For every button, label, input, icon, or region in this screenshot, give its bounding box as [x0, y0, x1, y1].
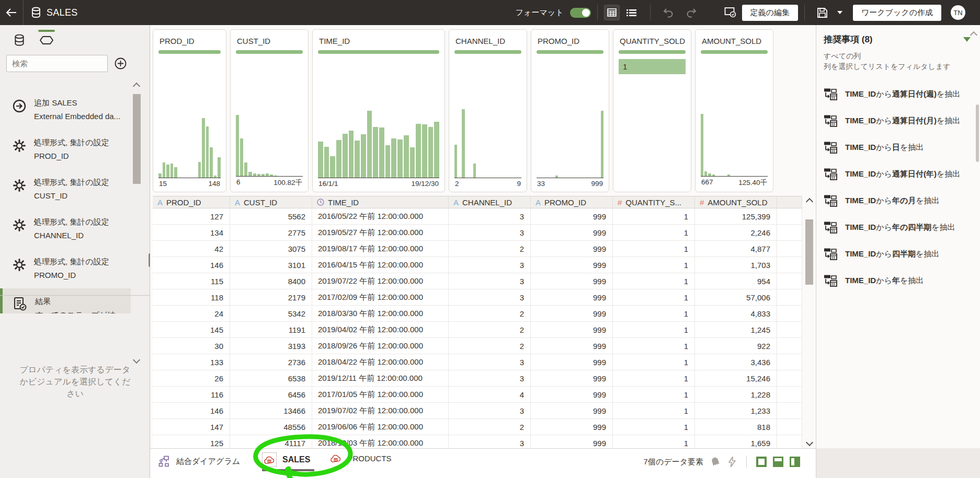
lightning-icon[interactable]: [727, 456, 737, 468]
header-promo-id[interactable]: APROMO_ID: [531, 196, 613, 208]
insights-ghost-icon[interactable]: [710, 456, 721, 468]
tab-data[interactable]: [10, 32, 28, 48]
sidebar-tabs: [10, 32, 55, 48]
recommendations-panel: 推奨事項 (8) すべての列 列を選択してリストをフィルタします TIME_ID…: [816, 25, 980, 448]
header-quantity-sold[interactable]: #QUANTITY_S...: [613, 196, 695, 208]
cell-amount-sold: 57,006: [695, 289, 777, 305]
cell-amount-sold: 818: [695, 419, 777, 435]
table-row[interactable]: 30 3193 2018/09/26 午前 12:00:00.000 2 999…: [153, 338, 802, 354]
format-toggle[interactable]: [570, 8, 591, 18]
undo-icon: [663, 7, 674, 18]
table-scrollbar[interactable]: [805, 196, 814, 448]
user-avatar[interactable]: TN: [951, 5, 965, 20]
cell-time-id: 2016/04/15 午前 12:00:00.000: [312, 257, 449, 273]
table-row[interactable]: 127 5562 2016/05/22 午前 12:00:00.000 3 99…: [153, 208, 802, 225]
create-workbook-button[interactable]: ワークブックの作成: [853, 5, 941, 21]
histogram: [701, 108, 768, 177]
step-format-promo-id[interactable]: 処理形式, 集計の設定PROMO_ID: [0, 249, 131, 288]
column-card-amount-sold[interactable]: AMOUNT_SOLD 667125.40千: [695, 29, 773, 192]
main-content: PROD_ID 15148 CUST_ID 6100.82千 TIME_ID 1…: [150, 25, 816, 448]
layout-split-horizontal-icon[interactable]: [773, 457, 783, 467]
number-type-icon: #: [700, 198, 704, 207]
list-view-button[interactable]: [624, 5, 640, 20]
step-format-cust-id[interactable]: 処理形式, 集計の設定CUST_ID: [0, 169, 131, 209]
layout-split-vertical-icon[interactable]: [790, 457, 800, 467]
header-prod-id[interactable]: APROD_ID: [153, 196, 230, 208]
recommendation-item[interactable]: TIME_IDから四半期を抽出: [816, 241, 980, 267]
scrollbar-thumb[interactable]: [133, 94, 141, 184]
cell-empty: [777, 435, 802, 448]
cell-channel-id: 2: [449, 322, 531, 337]
save-menu-caret[interactable]: [837, 11, 842, 14]
column-card-quantity-sold[interactable]: QUANTITY_SOLD 1: [613, 29, 691, 192]
hist-min: 667: [701, 178, 713, 188]
scroll-up-icon[interactable]: [806, 198, 813, 205]
step-add-dataset[interactable]: 追加 SALESExternal Embedded da...: [0, 90, 131, 130]
table-row[interactable]: 134 2775 2019/05/27 午前 12:00:00.000 3 99…: [153, 225, 802, 241]
cell-amount-sold: 125,399: [695, 208, 777, 224]
undo-button[interactable]: [660, 5, 676, 20]
cell-amount-sold: 1,703: [695, 257, 777, 273]
step-format-channel-id[interactable]: 処理形式, 集計の設定CHANNEL_ID: [0, 209, 131, 249]
hist-max: 19/12/30: [411, 180, 439, 188]
panel-scroll-up-icon[interactable]: [971, 30, 976, 40]
column-card-channel-id[interactable]: CHANNEL_ID 29: [449, 29, 527, 192]
recommendations-list: TIME_IDから通算日付(週)を抽出 TIME_IDから通算日付(月)を抽出 …: [816, 81, 980, 294]
table-row[interactable]: 145 1191 2019/04/02 午前 12:00:00.000 2 99…: [153, 322, 802, 338]
save-button[interactable]: [815, 5, 830, 20]
table-row[interactable]: 115 8400 2019/07/22 午前 12:00:00.000 3 99…: [153, 273, 802, 289]
recommendation-item[interactable]: TIME_IDから通算日付(月)を抽出: [816, 108, 980, 134]
column-card-time-id[interactable]: TIME_ID 16/1/119/12/30: [312, 29, 445, 192]
table-row[interactable]: 133 2736 2018/04/22 午前 12:00:00.000 3 99…: [153, 354, 802, 370]
layout-single-icon[interactable]: [756, 457, 767, 467]
column-card-prod-id[interactable]: PROD_ID 15148: [153, 29, 226, 192]
table-row[interactable]: 116 6456 2017/01/05 午前 12:00:00.000 4 99…: [153, 387, 802, 403]
grid-view-button[interactable]: [604, 5, 620, 20]
header-amount-sold[interactable]: #AMOUNT_SOLD: [695, 196, 777, 208]
recommendation-item[interactable]: TIME_IDから年の月を抽出: [816, 188, 980, 214]
header-time-id[interactable]: TIME_ID: [312, 196, 449, 208]
recommendation-item[interactable]: TIME_IDから通算日付(週)を抽出: [816, 81, 980, 108]
header-cust-id[interactable]: ACUST_ID: [230, 196, 312, 208]
header-channel-id[interactable]: ACHANNEL_ID: [449, 196, 531, 208]
tab-dataset-products[interactable]: PRODUCTS: [330, 454, 395, 465]
recommendation-item[interactable]: TIME_IDから年を抽出: [816, 267, 980, 294]
cell-empty: [777, 338, 802, 354]
table-row[interactable]: 125 41117 2018/10/03 午前 12:00:00.000 3 9…: [153, 435, 802, 448]
scroll-down-icon[interactable]: [806, 439, 813, 446]
table-row[interactable]: 146 13466 2019/07/02 午前 12:00:00.000 3 9…: [153, 403, 802, 419]
redo-button[interactable]: [683, 5, 699, 20]
recommendation-item[interactable]: TIME_IDから日を抽出: [816, 134, 980, 161]
table-row[interactable]: 118 2179 2017/02/09 午前 12:00:00.000 3 99…: [153, 289, 802, 306]
table-row[interactable]: 147 48556 2019/06/06 午前 12:00:00.000 2 9…: [153, 419, 802, 435]
scroll-up-icon[interactable]: [133, 83, 140, 90]
join-diagram-button[interactable]: 結合ダイアグラム: [158, 456, 240, 467]
panel-scrollbar-thumb[interactable]: [976, 104, 979, 162]
column-card-cust-id[interactable]: CUST_ID 6100.82千: [230, 29, 309, 192]
cell-promo-id: 999: [531, 225, 613, 240]
sidebar-scrollbar[interactable]: [133, 83, 141, 318]
header-label: PROD_ID: [166, 198, 201, 207]
recommendation-item[interactable]: TIME_IDから通算日付(年)を抽出: [816, 161, 980, 188]
column-card-promo-id[interactable]: PROMO_ID 33999: [531, 29, 609, 192]
hist-max: 148: [208, 180, 220, 188]
table-row[interactable]: 26 6538 2019/12/11 午前 12:00:00.000 3 999…: [153, 370, 802, 387]
live-preview-button[interactable]: [723, 5, 738, 20]
back-button[interactable]: [0, 0, 23, 25]
add-step-button[interactable]: [115, 57, 127, 69]
search-input[interactable]: [6, 55, 108, 72]
scrollbar-thumb[interactable]: [805, 219, 813, 285]
table-row[interactable]: 146 3101 2016/04/15 午前 12:00:00.000 3 99…: [153, 257, 802, 273]
recommendation-item[interactable]: TIME_IDから年の四半期を抽出: [816, 214, 980, 241]
step-format-prod-id[interactable]: 処理形式, 集計の設定PROD_ID: [0, 130, 131, 169]
edit-definition-button[interactable]: 定義の編集: [742, 5, 798, 21]
cell-quantity-sold: 1: [613, 208, 695, 224]
table-row[interactable]: 42 3075 2019/08/17 午前 12:00:00.000 2 999…: [153, 241, 802, 257]
tab-dataset-sales[interactable]: SALES: [262, 452, 314, 471]
quality-bar: [537, 50, 603, 54]
table-row[interactable]: 24 5342 2018/03/30 午前 12:00:00.000 2 999…: [153, 306, 802, 322]
tab-preparation[interactable]: [38, 32, 55, 48]
cell-cust-id: 8400: [230, 273, 312, 289]
collapse-panel-icon[interactable]: [963, 37, 971, 42]
cell-promo-id: 999: [531, 322, 613, 337]
